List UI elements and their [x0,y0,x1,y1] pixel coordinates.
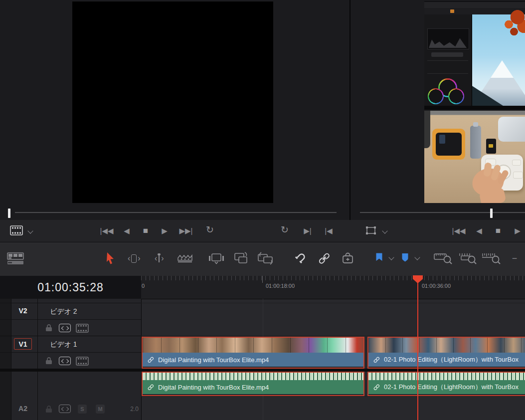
razor-edit-mode-tool[interactable] [177,254,193,263]
edit-toolbar: ‹ › ‹ › [0,242,525,277]
loop-button[interactable]: ↻ [203,224,216,235]
laptop-base [498,117,525,142]
panel-button [431,52,463,57]
sd-card [486,139,496,154]
timeline-panel: 01:00:35:28 0 01:00:18:00 01:00:36:00 V2… [0,276,525,420]
go-to-first-frame-button[interactable]: |◀◀ [98,225,116,236]
scrub-playhead-handle[interactable] [490,209,493,218]
clip-name: Digital Painting with TourBox Elite.mp4 [158,384,269,391]
usb-hub-tip [473,122,478,127]
chevron-down-icon[interactable] [414,254,420,260]
audio-waveform [143,373,363,380]
timecode-box: 01:00:35:28 [0,276,142,299]
replace-clip-button[interactable] [257,252,274,265]
track-badge-v2[interactable]: V2 [14,305,32,317]
custom-zoom-button[interactable] [482,252,502,264]
track-badge-v1[interactable]: V1 [14,338,32,350]
loop-range-icon[interactable]: ↻ [278,224,291,235]
chevron-down-icon[interactable] [382,228,387,233]
trim-body [131,254,137,263]
audio-clip-digital-painting[interactable]: Digital Painting with TourBox Elite.mp4 [142,372,364,396]
source-frame-top [424,1,525,110]
chevron-down-icon[interactable] [27,228,33,233]
track-label-v1[interactable]: ビデオ 1 [50,340,77,349]
timeline-viewer-scrubbar[interactable] [0,206,350,220]
source-stop-button[interactable]: ■ [493,225,504,236]
source-go-to-first-frame-button[interactable]: |◀◀ [450,225,468,236]
marker-icon[interactable] [401,252,409,262]
full-extent-zoom-button[interactable] [434,252,453,264]
trim-pin [159,255,160,262]
timeline-timecode: 01:00:35:28 [0,281,141,294]
flag-icon[interactable] [375,252,383,262]
source-viewer-scrubbar[interactable] [350,206,525,220]
transform-icon[interactable] [365,226,376,235]
track-filmstrip-icon[interactable] [76,357,89,366]
linked-selection-icon[interactable] [318,253,331,264]
video-clip-photo-editing[interactable]: 02-1 Photo Editing（LightRoom）with TourBo… [367,337,525,369]
dark-edge [424,111,430,148]
mute-button[interactable]: M [96,405,105,414]
lock-icon[interactable] [45,324,53,332]
app-menubar [424,2,525,8]
play-button[interactable]: ▶ [159,225,170,236]
app-accent-dot [450,9,454,13]
source-play-button[interactable]: ▶ [512,225,523,236]
ruler-label: 01:00:36:00 [422,283,451,289]
track-badge-a2[interactable]: A2 [14,403,32,415]
ruler-label: 01:00:18:00 [266,283,295,289]
source-frame-bottom [424,111,525,203]
track-label-v2[interactable]: ビデオ 2 [50,307,77,316]
filmstrip-icon[interactable] [10,225,23,235]
color-wheel-highlight [448,88,464,104]
snapping-magnet-icon[interactable] [294,252,307,264]
timeline-ruler[interactable]: 0 01:00:18:00 01:00:36:00 [141,276,525,299]
go-to-in-button[interactable]: |◀ [322,225,335,236]
timeline-viewer-frame[interactable] [72,1,273,203]
link-icon [373,357,380,363]
trim-edit-mode-tool[interactable]: ‹ › [128,253,145,264]
usb-hub [470,126,481,159]
clip-name: Digital Painting with TourBox Elite.mp4 [158,356,269,364]
selection-mode-tool[interactable] [106,252,115,264]
scrub-track[interactable] [360,212,525,213]
solo-button[interactable]: S [78,405,87,414]
source-play-reverse-button[interactable]: ◀ [474,225,485,236]
go-to-last-frame-button[interactable]: ▶▶| [177,225,195,236]
dynamic-trim-mode-tool[interactable]: ‹ › [155,253,172,264]
lock-icon[interactable] [45,405,53,413]
scrub-playhead-handle[interactable] [8,209,10,218]
auto-select-icon[interactable] [59,405,71,413]
play-reverse-button[interactable]: ◀ [121,225,132,236]
timeline-viewer[interactable] [0,0,350,220]
detail-zoom-button[interactable] [459,252,478,264]
zoom-slider-minus[interactable]: − [509,253,521,264]
clip-thumbnail-strip [143,338,363,353]
insert-clip-button[interactable] [208,252,224,265]
stop-button[interactable]: ■ [140,225,151,236]
playhead[interactable] [417,276,418,420]
video-clip-digital-painting[interactable]: Digital Painting with TourBox Elite.mp4 [142,337,364,369]
viewer-area [0,0,525,220]
overwrite-clip-button[interactable] [233,252,249,265]
autumn-leaves [493,8,525,37]
audio-clip-photo-editing[interactable]: 02-1 Photo Editing（LightRoom）with TourBo… [367,372,525,396]
ruler-label: 0 [142,283,145,289]
play-around-button[interactable]: ▶| [301,225,314,236]
source-viewer[interactable] [350,0,525,220]
position-lock-icon[interactable] [342,252,353,264]
link-icon [148,384,154,391]
color-wheel-shadow [428,88,444,104]
link-icon [148,357,154,363]
monitor-bezel [424,106,525,110]
auto-select-icon[interactable] [59,324,71,332]
chevron-down-icon[interactable] [388,254,394,260]
channel-format: 2.0 [123,406,139,413]
scrub-track[interactable] [15,212,337,213]
auto-select-icon[interactable] [59,357,71,365]
app-side-panel [424,14,472,106]
fuji-photo [472,14,525,106]
timeline-view-options-icon[interactable] [7,251,24,265]
track-filmstrip-icon[interactable] [76,324,89,333]
lock-icon[interactable] [45,357,53,365]
